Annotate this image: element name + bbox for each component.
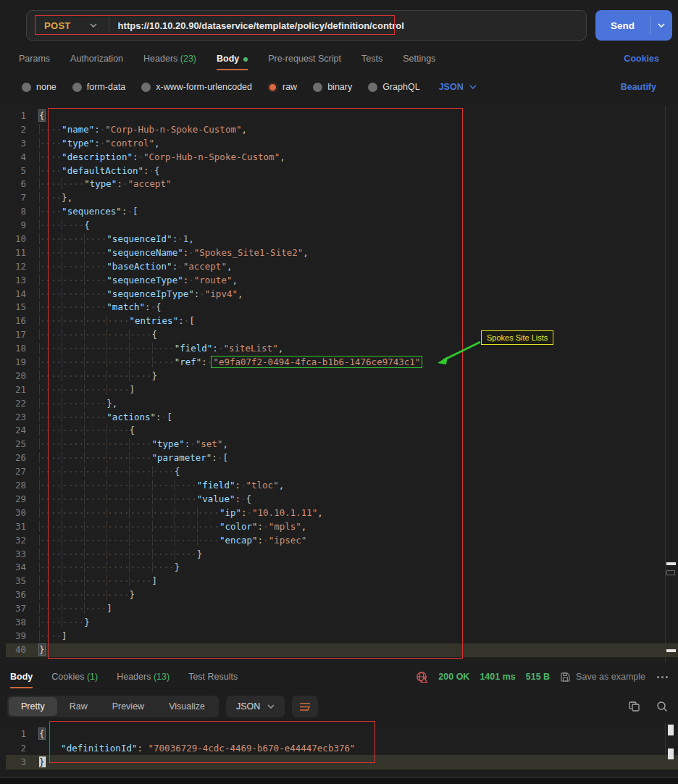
scrollbar-thumb[interactable] bbox=[668, 725, 674, 735]
line-number: 9 bbox=[6, 219, 39, 233]
wrap-lines-button[interactable] bbox=[292, 696, 318, 717]
line-number: 4 bbox=[6, 151, 39, 164]
code-line: 33····························} bbox=[6, 548, 678, 562]
scrollbar-mark[interactable] bbox=[666, 649, 676, 652]
method-dropdown[interactable]: POST bbox=[27, 20, 109, 31]
line-number: 14 bbox=[6, 288, 39, 301]
body-type-radio-graphql[interactable]: GraphQL bbox=[368, 82, 419, 92]
line-number: 2 bbox=[6, 741, 39, 756]
radio-icon bbox=[141, 83, 151, 92]
body-type-radio-binary[interactable]: binary bbox=[313, 82, 352, 92]
tab-params[interactable]: Params bbox=[19, 54, 50, 64]
response-tab-test-results[interactable]: Test Results bbox=[188, 672, 238, 682]
line-number: 20 bbox=[6, 370, 39, 383]
radio-label: raw bbox=[282, 82, 297, 92]
code-line: 11············"sequenceName":·"Spokes_Si… bbox=[6, 246, 678, 260]
ssl-warning-globe-icon[interactable] bbox=[416, 671, 428, 683]
line-number: 35 bbox=[6, 575, 39, 588]
raw-language-dropdown[interactable]: JSON bbox=[439, 82, 477, 92]
send-options-button[interactable] bbox=[650, 23, 672, 28]
line-number: 31 bbox=[6, 520, 39, 534]
code-line: 35····················] bbox=[6, 575, 678, 588]
code-line: 26····················"parameter":·[ bbox=[6, 451, 678, 465]
response-tab-headers[interactable]: Headers (13) bbox=[117, 672, 170, 682]
line-number: 34 bbox=[6, 561, 39, 575]
view-tab-visualize[interactable]: Visualize bbox=[156, 697, 217, 716]
search-icon[interactable] bbox=[656, 701, 668, 712]
response-time[interactable]: 1401 ms bbox=[480, 672, 515, 682]
tab-tests[interactable]: Tests bbox=[361, 54, 382, 64]
scrollbar-thumb[interactable] bbox=[668, 748, 674, 759]
code-line: 25····················"type":·"set", bbox=[6, 438, 678, 451]
request-body-editor[interactable]: 1{2····"name":·"Corp-Hub-n-Spoke-Custom"… bbox=[0, 106, 678, 662]
body-type-radio-none[interactable]: none bbox=[22, 82, 56, 92]
line-number: 27 bbox=[6, 465, 39, 479]
code-line: 6········"type":·"accept" bbox=[6, 178, 678, 191]
line-number: 26 bbox=[6, 451, 39, 465]
tab-headers[interactable]: Headers (23) bbox=[143, 54, 196, 64]
scrollbar-mark[interactable] bbox=[666, 562, 676, 565]
more-options-icon[interactable] bbox=[657, 676, 668, 678]
tab-settings[interactable]: Settings bbox=[403, 54, 435, 64]
code-line: 34························} bbox=[6, 561, 678, 575]
code-line: 18························"field":·"site… bbox=[6, 342, 678, 356]
code-line: 29····························"value":·{ bbox=[6, 493, 678, 506]
line-number: 29 bbox=[6, 493, 39, 506]
code-line: 16················"entries":·[ bbox=[6, 314, 678, 328]
chevron-down-icon bbox=[469, 85, 477, 89]
view-tab-raw[interactable]: Raw bbox=[57, 697, 100, 716]
code-line: 19························"ref":·"e9fa07… bbox=[6, 356, 678, 370]
beautify-button[interactable]: Beautify bbox=[621, 82, 656, 92]
response-tab-body[interactable]: Body bbox=[10, 672, 33, 682]
cookies-link[interactable]: Cookies bbox=[624, 54, 659, 64]
send-button[interactable]: Send bbox=[595, 10, 672, 41]
code-line: 24················{ bbox=[6, 424, 678, 438]
code-line: 30································"ip":·… bbox=[6, 506, 678, 520]
save-as-example-button[interactable]: Save as example bbox=[560, 672, 645, 683]
response-tab-cookies[interactable]: Cookies (1) bbox=[51, 672, 98, 682]
radio-icon bbox=[72, 83, 82, 92]
code-line: 23············"actions":·[ bbox=[6, 411, 678, 425]
radio-icon bbox=[22, 83, 31, 92]
scrollbar-mark[interactable] bbox=[666, 570, 675, 575]
line-number: 18 bbox=[6, 342, 39, 356]
code-line: 7····}, bbox=[6, 191, 678, 205]
tab-authorization[interactable]: Authorization bbox=[70, 54, 123, 64]
response-body-editor[interactable]: 1{2 "definitionId": "70036729-4cdc-4469-… bbox=[0, 723, 678, 770]
tab-body[interactable]: Body bbox=[217, 54, 248, 64]
line-number: 21 bbox=[6, 383, 39, 397]
copy-icon[interactable] bbox=[629, 701, 640, 712]
code-line: 31································"color… bbox=[6, 520, 678, 534]
send-label: Send bbox=[595, 20, 650, 31]
view-tab-preview[interactable]: Preview bbox=[100, 697, 156, 716]
response-language-label: JSON bbox=[236, 701, 260, 712]
response-meta: 200 OK 1401 ms 515 B Save as example bbox=[416, 671, 668, 683]
body-type-radio-x-www-form-urlencoded[interactable]: x-www-form-urlencoded bbox=[141, 82, 252, 92]
code-line: 17····················{ bbox=[6, 328, 678, 342]
line-number: 19 bbox=[6, 356, 39, 370]
code-line: 37············] bbox=[6, 602, 678, 616]
request-url-box: POST bbox=[26, 10, 587, 41]
response-size[interactable]: 515 B bbox=[526, 672, 550, 682]
body-type-radio-form-data[interactable]: form-data bbox=[72, 82, 126, 92]
status-code[interactable]: 200 OK bbox=[438, 672, 469, 682]
body-type-radio-raw[interactable]: raw bbox=[268, 82, 297, 92]
code-line: 32································"encap… bbox=[6, 534, 678, 548]
code-line: 1{ bbox=[6, 727, 678, 741]
radio-icon bbox=[268, 83, 277, 92]
code-line: 39····] bbox=[6, 630, 678, 643]
status-bar bbox=[0, 777, 678, 784]
radio-icon bbox=[313, 83, 322, 92]
response-right-icons bbox=[629, 701, 668, 712]
line-number: 2 bbox=[6, 123, 39, 137]
chevron-down-icon bbox=[90, 23, 97, 28]
code-line: 2 "definitionId": "70036729-4cdc-4469-b6… bbox=[6, 741, 678, 756]
code-line: 12············"baseAction":·"accept", bbox=[6, 260, 678, 274]
tab-count-badge: (23) bbox=[177, 54, 196, 64]
line-number: 28 bbox=[6, 479, 39, 493]
response-language-dropdown[interactable]: JSON bbox=[226, 696, 285, 717]
tab-pre-request-script[interactable]: Pre-request Script bbox=[268, 54, 341, 64]
url-input[interactable] bbox=[109, 20, 586, 31]
view-tab-pretty[interactable]: Pretty bbox=[9, 697, 57, 716]
unsaved-dot-icon bbox=[243, 57, 248, 62]
